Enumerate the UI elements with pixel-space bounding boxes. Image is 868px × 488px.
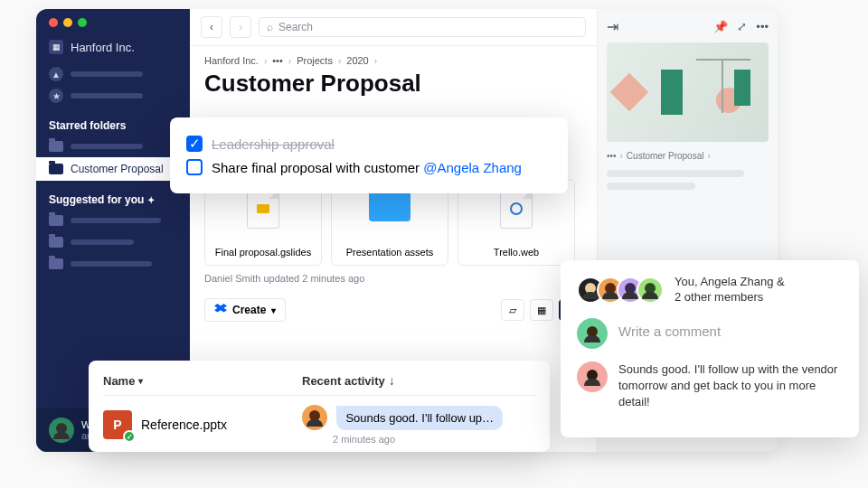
forward-button[interactable]: › bbox=[230, 16, 251, 38]
sidebar-item[interactable]: ▲ bbox=[36, 63, 190, 85]
arrow-down-icon: ↓ bbox=[389, 373, 395, 388]
avatar bbox=[637, 277, 664, 304]
folder-icon bbox=[369, 189, 410, 221]
sidebar-folder[interactable] bbox=[36, 210, 190, 231]
chevron-down-icon: ▾ bbox=[138, 376, 143, 386]
view-grid[interactable]: ▦ bbox=[530, 299, 553, 321]
sidebar-folder[interactable] bbox=[36, 136, 190, 157]
activity-message: Sounds good. I'll follow up… bbox=[336, 406, 503, 430]
back-button[interactable]: ‹ bbox=[201, 16, 222, 38]
file-list-panel: Name▾ Recent activity↓ P✓ Reference.pptx… bbox=[89, 361, 550, 452]
view-card[interactable]: ▱ bbox=[501, 299, 524, 321]
crumb-more[interactable]: ••• bbox=[607, 151, 617, 161]
file-name: Trello.web bbox=[494, 247, 539, 258]
task-row[interactable]: ✓ Leadership approval bbox=[186, 132, 552, 155]
starred-folders-header: Starred folders bbox=[36, 107, 190, 136]
breadcrumb: Hanford Inc.› •••› Projects› 2020› bbox=[204, 55, 582, 66]
chevron-down-icon: ▾ bbox=[271, 305, 276, 315]
create-label: Create bbox=[232, 304, 266, 316]
folder-icon bbox=[49, 258, 63, 269]
crumb-item[interactable]: Projects bbox=[297, 55, 333, 66]
avatar bbox=[302, 405, 327, 430]
checkbox-checked-icon[interactable]: ✓ bbox=[186, 136, 203, 152]
avatar bbox=[577, 318, 608, 349]
comment-text: Sounds good. I'll follow up with the ven… bbox=[618, 361, 843, 411]
check-badge-icon: ✓ bbox=[123, 430, 136, 443]
minimize-window[interactable] bbox=[63, 18, 72, 27]
collapse-panel-icon[interactable]: ⇥ bbox=[607, 18, 618, 35]
checkbox-icon[interactable] bbox=[186, 159, 203, 175]
placeholder-line bbox=[607, 183, 695, 190]
folder-icon bbox=[49, 237, 63, 248]
task-text: Leadership approval bbox=[212, 136, 335, 152]
expand-icon[interactable]: ⤢ bbox=[737, 20, 747, 33]
page-title: Customer Proposal bbox=[204, 70, 582, 98]
window-controls bbox=[36, 18, 190, 36]
placeholder-line bbox=[607, 170, 744, 177]
sidebar-folder-active[interactable]: Customer Proposal bbox=[36, 157, 190, 181]
activity-time: 2 minutes ago bbox=[333, 434, 535, 445]
file-name: Final proposal.gslides bbox=[215, 247, 311, 258]
maximize-window[interactable] bbox=[78, 18, 87, 27]
comment-input[interactable]: Write a comment bbox=[618, 318, 721, 349]
crumb-more[interactable]: ••• bbox=[272, 55, 283, 66]
workspace-switcher[interactable]: ▦ Hanford Inc. bbox=[36, 36, 190, 63]
topbar: ‹ › ⌕ Search bbox=[190, 9, 597, 46]
inspector-breadcrumb: •••› Customer Proposal› bbox=[607, 151, 769, 161]
file-name: Reference.pptx bbox=[141, 418, 302, 432]
comments-panel: You, Angela Zhang & 2 other members Writ… bbox=[561, 260, 859, 437]
avatar bbox=[49, 418, 74, 443]
gslides-icon bbox=[247, 189, 279, 229]
avatar bbox=[577, 361, 608, 392]
file-row[interactable]: P✓ Reference.pptx Sounds good. I'll foll… bbox=[103, 396, 535, 445]
file-preview[interactable] bbox=[607, 42, 769, 142]
sidebar-item-label: Customer Proposal bbox=[71, 163, 164, 175]
suggested-header: Suggested for you✦ bbox=[36, 181, 190, 210]
mention[interactable]: @Angela Zhang bbox=[423, 160, 522, 175]
crumb-item[interactable]: Customer Proposal bbox=[627, 151, 704, 161]
star-icon: ★ bbox=[49, 89, 63, 103]
task-row[interactable]: Share final proposal with customer @Ange… bbox=[186, 155, 552, 179]
person-icon: ▲ bbox=[49, 67, 63, 81]
task-text: Share final proposal with customer @Ange… bbox=[212, 160, 522, 175]
sidebar-item[interactable]: ★ bbox=[36, 85, 190, 107]
crumb-root[interactable]: Hanford Inc. bbox=[204, 55, 259, 66]
last-updated: Daniel Smith updated 2 minutes ago bbox=[204, 273, 582, 284]
column-header-activity[interactable]: Recent activity↓ bbox=[302, 373, 535, 388]
folder-icon bbox=[49, 164, 63, 174]
member-avatars[interactable] bbox=[577, 277, 664, 304]
workspace-icon: ▦ bbox=[49, 40, 63, 54]
web-icon bbox=[500, 189, 533, 229]
crumb-item[interactable]: 2020 bbox=[346, 55, 368, 66]
tasks-card: ✓ Leadership approval Share final propos… bbox=[170, 117, 568, 193]
create-button[interactable]: Create ▾ bbox=[204, 298, 286, 322]
more-icon[interactable]: ••• bbox=[756, 20, 769, 33]
column-header-name[interactable]: Name▾ bbox=[103, 373, 302, 388]
search-placeholder: Search bbox=[278, 21, 313, 33]
members-summary: You, Angela Zhang & 2 other members bbox=[675, 275, 785, 305]
sparkle-icon: ✦ bbox=[147, 195, 155, 205]
pin-icon[interactable]: 📌 bbox=[713, 20, 728, 33]
workspace-name: Hanford Inc. bbox=[71, 41, 135, 54]
dropbox-icon bbox=[214, 304, 227, 316]
powerpoint-icon: P✓ bbox=[103, 410, 132, 439]
search-icon: ⌕ bbox=[267, 21, 273, 33]
file-name: Presentation assets bbox=[346, 247, 434, 258]
folder-icon bbox=[49, 215, 63, 226]
sidebar-folder[interactable] bbox=[36, 253, 190, 275]
sidebar-folder[interactable] bbox=[36, 231, 190, 253]
close-window[interactable] bbox=[49, 18, 58, 27]
search-input[interactable]: ⌕ Search bbox=[259, 17, 586, 37]
folder-icon bbox=[49, 141, 63, 152]
